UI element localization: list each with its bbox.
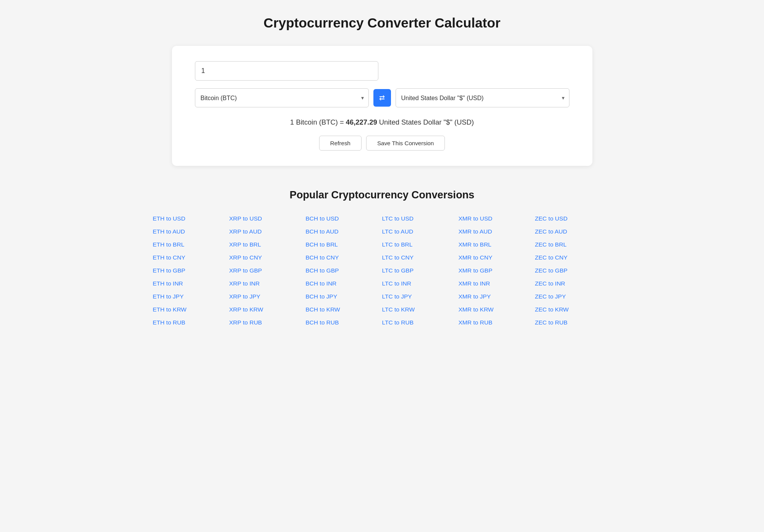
page-title: Cryptocurrency Converter Calculator bbox=[23, 15, 741, 31]
conversion-link[interactable]: ZEC to BRL bbox=[535, 239, 612, 250]
conversion-link[interactable]: XMR to JPY bbox=[459, 291, 535, 302]
action-buttons: Refresh Save This Conversion bbox=[195, 136, 569, 151]
conversion-link[interactable]: XRP to GBP bbox=[229, 265, 306, 276]
conversion-link[interactable]: BCH to KRW bbox=[306, 304, 382, 315]
conversion-link[interactable]: ZEC to AUD bbox=[535, 226, 612, 237]
conversion-link[interactable]: XMR to CNY bbox=[459, 252, 535, 263]
from-currency-wrapper: Bitcoin (BTC) ▾ bbox=[195, 88, 369, 107]
conversion-link[interactable]: ETH to RUB bbox=[153, 317, 229, 328]
conversion-link[interactable]: ETH to JPY bbox=[153, 291, 229, 302]
conversion-link[interactable]: XRP to AUD bbox=[229, 226, 306, 237]
conversion-link[interactable]: LTC to AUD bbox=[382, 226, 459, 237]
conversion-link[interactable]: XMR to USD bbox=[459, 213, 535, 224]
conversion-link[interactable]: LTC to BRL bbox=[382, 239, 459, 250]
conversion-link[interactable]: ZEC to USD bbox=[535, 213, 612, 224]
conversion-link[interactable]: XRP to KRW bbox=[229, 304, 306, 315]
conversion-link[interactable]: XMR to KRW bbox=[459, 304, 535, 315]
conversion-link[interactable]: LTC to USD bbox=[382, 213, 459, 224]
conversion-link[interactable]: BCH to JPY bbox=[306, 291, 382, 302]
result-value: 46,227.29 bbox=[346, 118, 377, 126]
conversion-link[interactable]: ZEC to RUB bbox=[535, 317, 612, 328]
conversion-link[interactable]: LTC to RUB bbox=[382, 317, 459, 328]
conversion-link[interactable]: XRP to JPY bbox=[229, 291, 306, 302]
conversion-link[interactable]: XRP to USD bbox=[229, 213, 306, 224]
conversion-link[interactable]: ZEC to GBP bbox=[535, 265, 612, 276]
conversion-link[interactable]: XRP to RUB bbox=[229, 317, 306, 328]
conversion-link[interactable]: BCH to GBP bbox=[306, 265, 382, 276]
conversion-link[interactable]: LTC to INR bbox=[382, 278, 459, 289]
conversion-link[interactable]: ETH to USD bbox=[153, 213, 229, 224]
conversion-link[interactable]: ZEC to KRW bbox=[535, 304, 612, 315]
conversion-link[interactable]: XRP to BRL bbox=[229, 239, 306, 250]
conversion-link[interactable]: BCH to CNY bbox=[306, 252, 382, 263]
conversion-link[interactable]: XMR to RUB bbox=[459, 317, 535, 328]
conversion-link[interactable]: XRP to INR bbox=[229, 278, 306, 289]
save-conversion-button[interactable]: Save This Conversion bbox=[366, 136, 445, 151]
conversion-link[interactable]: ETH to AUD bbox=[153, 226, 229, 237]
conversion-link[interactable]: LTC to JPY bbox=[382, 291, 459, 302]
conversion-link[interactable]: ZEC to INR bbox=[535, 278, 612, 289]
conversion-link[interactable]: ETH to CNY bbox=[153, 252, 229, 263]
conversion-link[interactable]: XRP to CNY bbox=[229, 252, 306, 263]
conversion-link[interactable]: BCH to RUB bbox=[306, 317, 382, 328]
conversion-link[interactable]: BCH to AUD bbox=[306, 226, 382, 237]
swap-button[interactable]: ⇄ bbox=[373, 89, 391, 107]
conversion-link[interactable]: ETH to BRL bbox=[153, 239, 229, 250]
conversion-link[interactable]: LTC to CNY bbox=[382, 252, 459, 263]
conversion-link[interactable]: ZEC to CNY bbox=[535, 252, 612, 263]
conversion-link[interactable]: XMR to BRL bbox=[459, 239, 535, 250]
conversion-link[interactable]: XMR to AUD bbox=[459, 226, 535, 237]
result-row: 1 Bitcoin (BTC) = 46,227.29 United State… bbox=[195, 118, 569, 127]
from-currency-select[interactable]: Bitcoin (BTC) bbox=[201, 95, 363, 101]
currency-row: Bitcoin (BTC) ▾ ⇄ United States Dollar "… bbox=[195, 88, 569, 107]
conversion-link[interactable]: ZEC to JPY bbox=[535, 291, 612, 302]
refresh-button[interactable]: Refresh bbox=[319, 136, 362, 151]
result-equals: = bbox=[340, 118, 346, 126]
conversions-grid: ETH to USDXRP to USDBCH to USDLTC to USD… bbox=[153, 213, 612, 328]
conversion-link[interactable]: ETH to GBP bbox=[153, 265, 229, 276]
conversion-link[interactable]: BCH to INR bbox=[306, 278, 382, 289]
amount-input[interactable] bbox=[195, 61, 378, 81]
conversion-link[interactable]: BCH to BRL bbox=[306, 239, 382, 250]
conversion-link[interactable]: ETH to KRW bbox=[153, 304, 229, 315]
to-currency-select[interactable]: United States Dollar "$" (USD) bbox=[401, 95, 564, 101]
conversion-link[interactable]: ETH to INR bbox=[153, 278, 229, 289]
swap-icon: ⇄ bbox=[379, 94, 385, 102]
to-currency-wrapper: United States Dollar "$" (USD) ▾ bbox=[396, 88, 569, 107]
conversion-link[interactable]: XMR to INR bbox=[459, 278, 535, 289]
conversion-link[interactable]: XMR to GBP bbox=[459, 265, 535, 276]
converter-card: Bitcoin (BTC) ▾ ⇄ United States Dollar "… bbox=[172, 46, 592, 166]
popular-section: Popular Cryptocurrency Conversions ETH t… bbox=[153, 189, 612, 328]
conversion-link[interactable]: BCH to USD bbox=[306, 213, 382, 224]
result-unit: United States Dollar "$" (USD) bbox=[379, 118, 474, 126]
result-text: 1 Bitcoin (BTC) bbox=[290, 118, 338, 126]
conversion-link[interactable]: LTC to GBP bbox=[382, 265, 459, 276]
popular-title: Popular Cryptocurrency Conversions bbox=[153, 189, 612, 201]
conversion-link[interactable]: LTC to KRW bbox=[382, 304, 459, 315]
